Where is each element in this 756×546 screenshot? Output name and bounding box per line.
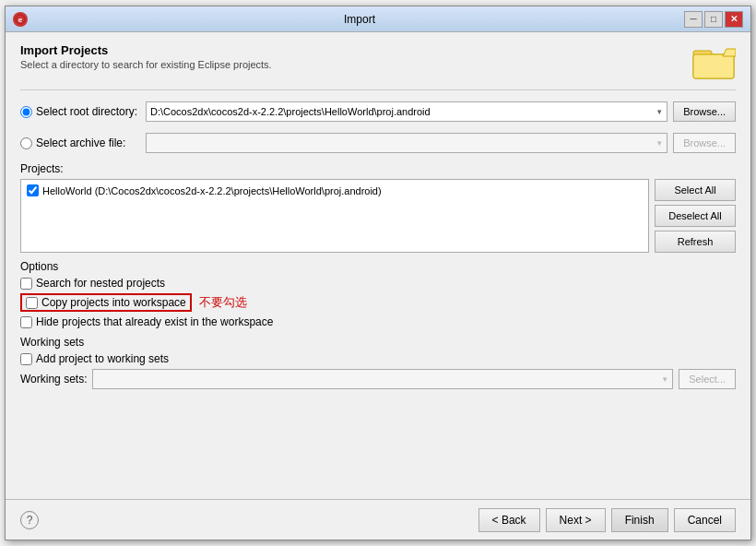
add-working-set-label: Add project to working sets bbox=[36, 352, 169, 365]
back-button[interactable]: < Back bbox=[478, 508, 540, 532]
projects-row: HelloWorld (D:\Cocos2dx\cocos2d-x-2.2.2\… bbox=[20, 179, 736, 253]
archive-file-arrow: ▼ bbox=[656, 139, 663, 148]
root-directory-arrow: ▼ bbox=[656, 108, 663, 116]
root-directory-combo[interactable]: D:\Cocos2dx\cocos2d-x-2.2.2\projects\Hel… bbox=[146, 101, 667, 122]
projects-buttons: Select All Deselect All Refresh bbox=[655, 179, 736, 253]
projects-list[interactable]: HelloWorld (D:\Cocos2dx\cocos2d-x-2.2.2\… bbox=[20, 179, 649, 253]
help-icon[interactable]: ? bbox=[20, 511, 39, 529]
svg-text:e: e bbox=[18, 16, 23, 24]
browse-archive-button[interactable]: Browse... bbox=[673, 133, 736, 153]
window-icon: e bbox=[13, 12, 28, 27]
project-checkbox[interactable] bbox=[27, 184, 39, 196]
bottom-buttons: < Back Next > Finish Cancel bbox=[478, 508, 736, 532]
project-name: HelloWorld (D:\Cocos2dx\cocos2d-x-2.2.2\… bbox=[42, 185, 382, 196]
working-sets-select-button[interactable]: Select... bbox=[679, 369, 736, 389]
close-button[interactable]: ✕ bbox=[725, 11, 743, 28]
copy-projects-row: Copy projects into workspace 不要勾选 bbox=[20, 293, 736, 312]
root-directory-row: Select root directory: D:\Cocos2dx\cocos… bbox=[20, 101, 736, 122]
folder-icon bbox=[691, 43, 736, 80]
working-sets-field-label: Working sets: bbox=[20, 373, 87, 386]
list-item: HelloWorld (D:\Cocos2dx\cocos2d-x-2.2.2\… bbox=[25, 184, 644, 197]
working-sets-arrow: ▼ bbox=[661, 375, 668, 384]
browse-root-button[interactable]: Browse... bbox=[673, 101, 736, 122]
import-dialog: e Import ─ □ ✕ Import Projects Select a … bbox=[5, 6, 751, 540]
working-sets-combo: ▼ bbox=[92, 369, 673, 389]
copy-projects-label: Copy projects into workspace bbox=[41, 296, 186, 309]
archive-file-radio-label[interactable]: Select archive file: bbox=[20, 136, 140, 149]
header-section: Import Projects Select a directory to se… bbox=[20, 43, 736, 80]
finish-button[interactable]: Finish bbox=[611, 508, 668, 532]
maximize-button[interactable]: □ bbox=[704, 11, 723, 28]
svg-rect-4 bbox=[693, 54, 734, 78]
copy-projects-checkbox[interactable] bbox=[26, 297, 38, 309]
minimize-button[interactable]: ─ bbox=[684, 11, 703, 28]
select-all-button[interactable]: Select All bbox=[655, 179, 736, 201]
add-working-set-row: Add project to working sets bbox=[20, 352, 736, 365]
working-sets-section: Working sets Add project to working sets… bbox=[20, 336, 736, 389]
page-title: Import Projects bbox=[20, 43, 272, 57]
cancel-button[interactable]: Cancel bbox=[674, 508, 736, 532]
archive-file-radio[interactable] bbox=[20, 137, 32, 149]
dialog-content: Import Projects Select a directory to se… bbox=[6, 32, 750, 499]
root-directory-label: Select root directory: bbox=[36, 105, 137, 118]
archive-file-combo: ▼ bbox=[146, 133, 667, 153]
search-nested-label: Search for nested projects bbox=[36, 277, 165, 290]
header-divider bbox=[20, 89, 736, 90]
hide-existing-row: Hide projects that already exist in the … bbox=[20, 315, 736, 328]
search-nested-checkbox[interactable] bbox=[20, 278, 32, 290]
window-title: Import bbox=[35, 13, 684, 26]
root-directory-value: D:\Cocos2dx\cocos2d-x-2.2.2\projects\Hel… bbox=[150, 106, 656, 117]
bottom-bar: ? < Back Next > Finish Cancel bbox=[6, 499, 750, 540]
projects-label: Projects: bbox=[20, 162, 736, 175]
copy-projects-highlight: Copy projects into workspace bbox=[20, 293, 192, 312]
options-section: Options Search for nested projects Copy … bbox=[20, 260, 736, 328]
title-bar: e Import ─ □ ✕ bbox=[6, 6, 750, 32]
archive-file-label: Select archive file: bbox=[36, 136, 125, 149]
working-sets-label: Working sets bbox=[20, 336, 736, 349]
projects-section: Projects: HelloWorld (D:\Cocos2dx\cocos2… bbox=[20, 162, 736, 253]
page-subtitle: Select a directory to search for existin… bbox=[20, 59, 272, 70]
header-text: Import Projects Select a directory to se… bbox=[20, 43, 272, 70]
search-nested-row: Search for nested projects bbox=[20, 277, 736, 290]
hide-existing-checkbox[interactable] bbox=[20, 316, 32, 328]
window-controls: ─ □ ✕ bbox=[684, 11, 743, 28]
refresh-button[interactable]: Refresh bbox=[655, 231, 736, 253]
hide-existing-label: Hide projects that already exist in the … bbox=[36, 315, 273, 328]
next-button[interactable]: Next > bbox=[546, 508, 606, 532]
archive-file-row: Select archive file: ▼ Browse... bbox=[20, 133, 736, 153]
root-directory-radio[interactable] bbox=[20, 106, 32, 118]
annotation-text: 不要勾选 bbox=[199, 294, 247, 311]
deselect-all-button[interactable]: Deselect All bbox=[655, 205, 736, 227]
root-directory-radio-label[interactable]: Select root directory: bbox=[20, 105, 140, 118]
working-sets-combo-row: Working sets: ▼ Select... bbox=[20, 369, 736, 389]
add-working-set-checkbox[interactable] bbox=[20, 353, 32, 365]
options-label: Options bbox=[20, 260, 736, 273]
